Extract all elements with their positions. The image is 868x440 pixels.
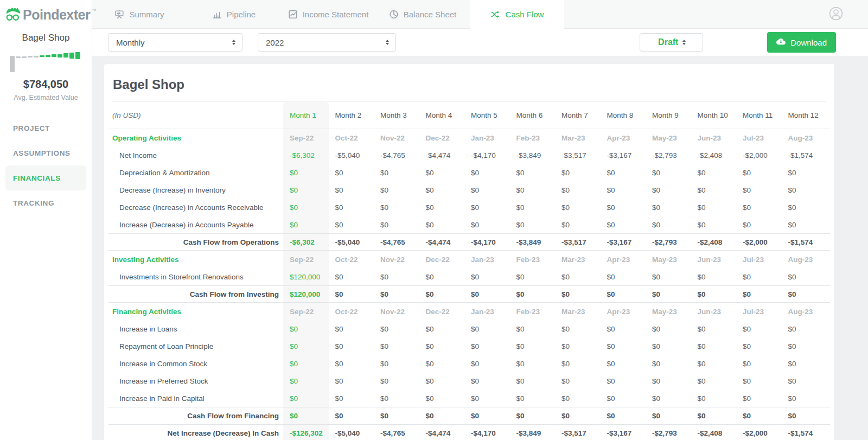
- date-cell: Jan-23: [464, 303, 510, 320]
- cell: $0: [601, 286, 646, 302]
- total-label: Cash Flow from Operations: [108, 238, 283, 246]
- brand-logo[interactable]: Poindexter ™: [0, 0, 92, 24]
- tab-summary[interactable]: Summary: [92, 0, 187, 29]
- mini-chart-bar: [40, 55, 44, 57]
- cell: $0: [691, 337, 737, 355]
- total-row-cash-flow-from-investing: Cash Flow from Investing$120,000$0$0$0$0…: [108, 285, 830, 303]
- cell: $0: [736, 355, 782, 372]
- cell: $0: [646, 164, 691, 181]
- cell: $0: [329, 199, 374, 216]
- column-header: Month 3: [374, 102, 419, 129]
- cell: $0: [646, 199, 691, 216]
- top-tab-bar: SummaryPipelineIncome StatementBalance S…: [92, 0, 868, 29]
- column-header: Month 11: [736, 102, 782, 129]
- status-select[interactable]: Draft: [640, 33, 703, 52]
- date-cell: May-23: [646, 129, 691, 146]
- row-label: Increase in Common Stock: [108, 360, 283, 368]
- date-cell: Jul-23: [736, 129, 782, 146]
- mini-chart-bar: [75, 52, 80, 59]
- cell: $0: [510, 390, 556, 407]
- date-cell: Aug-23: [782, 251, 827, 268]
- sidebar-item-label: FINANCIALS: [13, 174, 61, 182]
- cell: $0: [646, 268, 691, 285]
- mini-chart-bar: [46, 55, 50, 57]
- sidebar-item-financials[interactable]: FINANCIALS: [5, 165, 86, 190]
- download-label: Download: [790, 38, 827, 47]
- cell: $0: [419, 199, 465, 216]
- shuffle-icon: [490, 10, 501, 19]
- cell: $0: [283, 181, 329, 199]
- cell: $0: [464, 372, 510, 390]
- cell: $0: [374, 407, 419, 424]
- cell: $0: [691, 216, 737, 233]
- bar-chart-icon: [212, 10, 222, 19]
- cell: $0: [782, 164, 827, 181]
- cell: $0: [736, 320, 782, 337]
- cell: $0: [464, 286, 510, 302]
- period-select-value: Monthly: [116, 38, 228, 47]
- cell: $0: [329, 268, 374, 285]
- year-select[interactable]: 2022: [258, 33, 396, 52]
- cell: -$2,793: [646, 234, 691, 250]
- line-chart-icon: [288, 10, 298, 19]
- period-select[interactable]: Monthly: [108, 33, 242, 52]
- cell: $0: [374, 181, 419, 199]
- cell: $0: [736, 407, 782, 424]
- mini-chart-bar: [16, 56, 21, 58]
- date-cell: Oct-22: [329, 129, 374, 146]
- cloud-download-icon: [776, 38, 786, 47]
- row-label: Increase in Paid in Capital: [108, 394, 283, 403]
- cell: -$1,574: [782, 425, 827, 440]
- cell: $0: [555, 337, 601, 355]
- user-avatar-button[interactable]: [829, 7, 843, 23]
- cell: -$3,517: [555, 234, 601, 250]
- tab-balance-sheet[interactable]: Balance Sheet: [375, 0, 470, 29]
- tab-income-statement[interactable]: Income Statement: [281, 0, 375, 29]
- cell: -$4,765: [374, 146, 419, 164]
- cell: $0: [329, 390, 374, 407]
- cell: $0: [691, 390, 737, 407]
- cell: -$4,170: [464, 146, 510, 164]
- sidebar-item-label: TRACKING: [13, 199, 54, 207]
- table-row: Increase in Common Stock$0$0$0$0$0$0$0$0…: [108, 355, 830, 372]
- cell: $0: [464, 320, 510, 337]
- cell: -$5,040: [329, 146, 374, 164]
- cell: $0: [374, 320, 419, 337]
- sidebar-item-label: ASSUMPTIONS: [13, 149, 71, 157]
- sidebar-item-tracking[interactable]: TRACKING: [5, 190, 86, 215]
- column-header: Month 10: [691, 102, 737, 129]
- cell: $0: [782, 181, 827, 199]
- date-cell: Feb-23: [510, 129, 556, 146]
- download-button[interactable]: Download: [767, 32, 836, 53]
- column-header: Month 6: [510, 102, 556, 129]
- cell: $0: [464, 407, 510, 424]
- cell: $0: [691, 407, 737, 424]
- date-cell: Apr-23: [601, 129, 646, 146]
- cell: $0: [736, 286, 782, 302]
- mini-chart-bar: [34, 56, 39, 58]
- mini-chart-bar: [28, 56, 33, 58]
- cell: $0: [736, 164, 782, 181]
- cell: -$3,849: [510, 425, 556, 440]
- cell: -$6,302: [283, 146, 329, 164]
- cell: $0: [283, 320, 329, 337]
- column-header: Month 9: [646, 102, 691, 129]
- tab-pipeline[interactable]: Pipeline: [187, 0, 281, 29]
- cell: -$2,000: [736, 425, 782, 440]
- cell: $0: [419, 216, 465, 233]
- cell: $0: [601, 407, 646, 424]
- column-header: Month 5: [464, 102, 510, 129]
- cell: $0: [555, 164, 601, 181]
- cell: $0: [782, 268, 827, 285]
- pie-chart-icon: [389, 10, 399, 19]
- cell: $0: [555, 199, 601, 216]
- tab-cash-flow[interactable]: Cash Flow: [470, 0, 564, 29]
- sidebar-item-assumptions[interactable]: ASSUMPTIONS: [5, 141, 86, 165]
- sidebar: Poindexter ™ Bagel Shop $784,050 Avg. Es…: [0, 0, 92, 440]
- cell: $0: [510, 164, 556, 181]
- cell: $0: [329, 355, 374, 372]
- date-cell: Jun-23: [691, 129, 737, 146]
- cell: $0: [464, 390, 510, 407]
- sidebar-item-project[interactable]: PROJECT: [5, 116, 86, 141]
- cell: $0: [510, 407, 556, 424]
